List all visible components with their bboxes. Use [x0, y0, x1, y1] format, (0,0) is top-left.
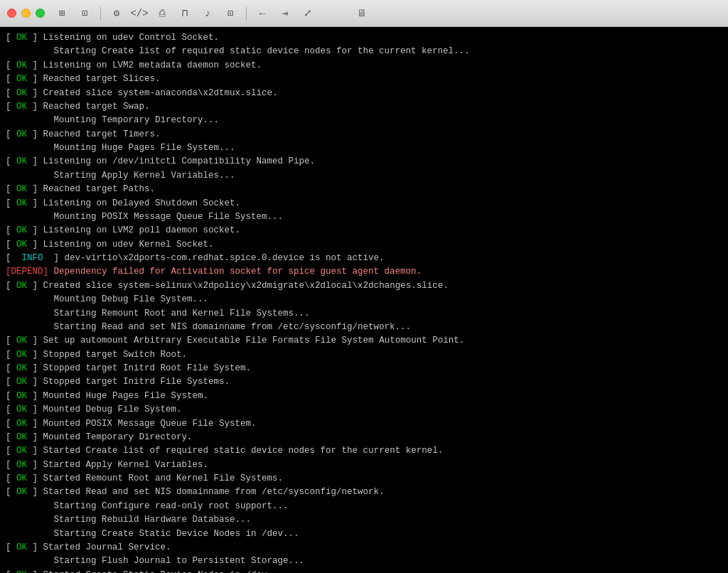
audio-icon[interactable]: ♪ [198, 5, 218, 22]
terminal-line: Mounting Debug File System... [6, 293, 722, 306]
terminal-line: [ OK ] Reached target Paths. [6, 183, 722, 196]
maximize-button[interactable] [36, 9, 45, 18]
title-bar: ⊞ ⊡ ⚙ </> ⎙ ⊓ ♪ ⊡ ← ⇥ ⤢ 🖥 [0, 0, 728, 27]
terminal-line: [DEPEND] Dependency failed for Activatio… [6, 265, 722, 279]
terminal-line: Mounting Huge Pages File System... [6, 141, 722, 155]
terminal-line: [ OK ] Started Create list of required s… [6, 444, 722, 458]
terminal-line: [ OK ] Mounted Huge Pages File System. [6, 390, 722, 403]
close-button[interactable] [7, 9, 16, 18]
terminal-line: [ OK ] Listening on udev Kernel Socket. [6, 238, 722, 252]
terminal-line: Starting Flush Journal to Persistent Sto… [6, 555, 722, 568]
traffic-lights [7, 9, 45, 18]
terminal-line: [ OK ] Listening on Delayed Shutdown Soc… [6, 197, 722, 210]
terminal-line: [ OK ] Started Apply Kernel Variables. [6, 459, 722, 472]
terminal-line: Starting Configure read-only root suppor… [6, 500, 722, 513]
terminal-line: [ OK ] Mounted POSIX Message Queue File … [6, 417, 722, 431]
terminal-line: Starting Create Static Device Nodes in /… [6, 528, 722, 541]
terminal-line: [ OK ] Reached target Timers. [6, 128, 722, 141]
terminal-line: [ OK ] Stopped target Initrd Root File S… [6, 362, 722, 375]
terminal-line: Starting Remount Root and Kernel File Sy… [6, 307, 722, 321]
forward-icon[interactable]: ⇥ [275, 5, 295, 22]
terminal-line: [ OK ] Stopped target Switch Root. [6, 348, 722, 362]
toolbar: ⊞ ⊡ ⚙ </> ⎙ ⊓ ♪ ⊡ ← ⇥ ⤢ [52, 5, 318, 22]
print-icon[interactable]: ⎙ [152, 5, 172, 22]
terminal-line: Starting Rebuild Hardware Database... [6, 513, 722, 527]
terminal-line: Mounting POSIX Message Queue File System… [6, 210, 722, 224]
terminal-line: [ OK ] Stopped target Initrd File System… [6, 375, 722, 389]
code-icon[interactable]: </> [129, 5, 149, 22]
terminal-line: [ INFO ] dev-virtio\x2dports-com.redhat.… [6, 252, 722, 265]
terminal-line: [ OK ] Started Journal Service. [6, 541, 722, 555]
terminal-line: [ OK ] Started Remount Root and Kernel F… [6, 472, 722, 486]
terminal-line: [ OK ] Started Read and set NIS domainna… [6, 486, 722, 499]
terminal-line: [ OK ] Listening on udev Control Socket. [6, 31, 722, 45]
terminal-output: [ OK ] Listening on udev Control Socket.… [6, 31, 722, 573]
terminal-line: [ OK ] Listening on /dev/initctl Compati… [6, 155, 722, 168]
terminal-body[interactable]: [ OK ] Listening on udev Control Socket.… [0, 27, 728, 573]
terminal-line: Starting Read and set NIS domainname fro… [6, 321, 722, 334]
settings-icon[interactable]: ⚙ [107, 5, 127, 22]
terminal-line: [ OK ] Created slice system-anaconda\x2d… [6, 87, 722, 100]
sidebar-toggle-icon[interactable]: ⊞ [52, 5, 72, 22]
usb-icon[interactable]: ⊓ [175, 5, 195, 22]
divider-2 [246, 7, 247, 20]
snapshot-icon[interactable]: ⊡ [75, 5, 95, 22]
terminal-line: [ OK ] Created slice system-selinux\x2dp… [6, 279, 722, 293]
terminal-line: [ OK ] Started Create Static Device Node… [6, 569, 722, 573]
divider-1 [100, 7, 101, 20]
back-icon[interactable]: ← [252, 5, 272, 22]
terminal-line: [ OK ] Set up automount Arbitrary Execut… [6, 334, 722, 348]
terminal-line: [ OK ] Mounted Debug File System. [6, 403, 722, 417]
terminal-line: [ OK ] Reached target Swap. [6, 100, 722, 114]
terminal-line: [ OK ] Listening on LVM2 metadata daemon… [6, 59, 722, 73]
terminal-line: Starting Create list of required static … [6, 45, 722, 58]
terminal-line: [ OK ] Reached target Slices. [6, 73, 722, 86]
terminal-line: [ OK ] Listening on LVM2 poll daemon soc… [6, 224, 722, 237]
terminal-line: [ OK ] Mounted Temporary Directory. [6, 431, 722, 444]
os-icon: 🖥 [357, 8, 367, 19]
terminal-line: Starting Apply Kernel Variables... [6, 169, 722, 183]
fullscreen-icon[interactable]: ⤢ [298, 5, 318, 22]
minimize-button[interactable] [21, 9, 31, 18]
terminal-line: Mounting Temporary Directory... [6, 114, 722, 127]
window-title: 🖥 [357, 8, 371, 19]
camera-icon[interactable]: ⊡ [220, 5, 240, 22]
